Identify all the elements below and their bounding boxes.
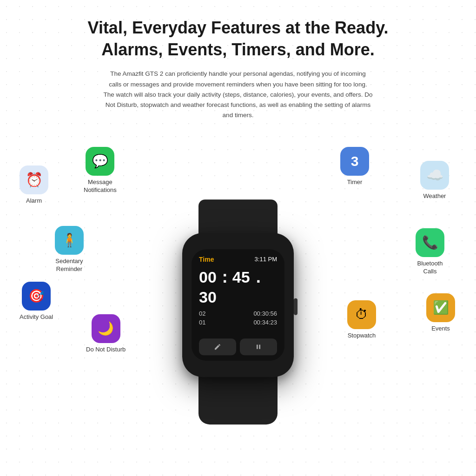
bluetooth-label: Bluetooth Calls <box>417 260 443 276</box>
feature-alarm: ⏰ Alarm <box>20 165 48 205</box>
message-label: Message Notifications <box>84 178 117 194</box>
lap2-time: 00:30:56 <box>253 310 277 317</box>
watch-time-value: 3:11 PM <box>255 256 277 263</box>
bluetooth-icon: 📞 <box>416 228 444 257</box>
edit-icon <box>214 343 221 350</box>
alarm-label: Alarm <box>26 197 42 205</box>
watch-device: Time 3:11 PM 00：45．30 02 00:30:56 01 00:… <box>182 233 294 377</box>
donotdisturb-icon: 🌙 <box>92 314 120 343</box>
activity-icon: 🎯 <box>22 282 51 311</box>
feature-weather: ☁️ Weather <box>420 161 449 200</box>
donotdisturb-label: Do Not Disturb <box>86 346 126 354</box>
watch-screen-header: Time 3:11 PM <box>199 256 277 263</box>
feature-events: ✅ Events <box>426 293 455 333</box>
watch-lap-1: 01 00:34:23 <box>199 319 277 326</box>
features-area: ⏰ Alarm 💬 Message Notifications 🧍 Sedent… <box>0 128 476 476</box>
watch-lap-2: 02 00:30:56 <box>199 310 277 317</box>
feature-message: 💬 Message Notifications <box>84 147 117 194</box>
watch-body: Time 3:11 PM 00：45．30 02 00:30:56 01 00:… <box>182 233 294 377</box>
pause-icon <box>255 343 262 350</box>
alarm-icon: ⏰ <box>20 165 48 194</box>
feature-sedentary: 🧍 Sedentary Reminder <box>55 226 84 273</box>
stopwatch-label: Stopwatch <box>348 332 376 340</box>
events-label: Events <box>431 325 450 333</box>
watch-strap-bottom <box>198 373 278 424</box>
watch-stopwatch-main: 00：45．30 <box>199 267 277 306</box>
events-icon: ✅ <box>426 293 455 322</box>
watch-pause-button[interactable] <box>240 338 277 355</box>
watch-time-label: Time <box>199 256 214 263</box>
lap2-num: 02 <box>199 310 205 317</box>
sedentary-icon: 🧍 <box>55 226 84 255</box>
sedentary-label: Sedentary Reminder <box>55 258 83 273</box>
feature-activity: 🎯 Activity Goal <box>20 282 53 321</box>
page-container: Vital, Everyday Features at the Ready. A… <box>0 0 476 476</box>
watch-screen: Time 3:11 PM 00：45．30 02 00:30:56 01 00:… <box>192 249 284 361</box>
page-description: The Amazfit GTS 2 can proficiently handl… <box>103 69 373 120</box>
message-icon: 💬 <box>86 147 114 176</box>
lap1-time: 00:34:23 <box>253 319 277 326</box>
watch-strap-top <box>198 199 278 237</box>
watch-side-button[interactable] <box>294 298 298 315</box>
feature-donotdisturb: 🌙 Do Not Disturb <box>86 314 126 354</box>
timer-icon: 3 <box>340 147 369 176</box>
lap1-num: 01 <box>199 319 205 326</box>
header-section: Vital, Everyday Features at the Ready. A… <box>51 0 426 128</box>
feature-timer: 3 Timer <box>340 147 369 186</box>
weather-label: Weather <box>423 192 446 200</box>
activity-label: Activity Goal <box>20 313 53 321</box>
weather-icon: ☁️ <box>420 161 449 190</box>
feature-bluetooth: 📞 Bluetooth Calls <box>416 228 444 276</box>
stopwatch-icon: ⏱ <box>347 300 376 329</box>
page-title-line1: Vital, Everyday Features at the Ready. <box>88 18 389 38</box>
timer-label: Timer <box>347 178 363 186</box>
feature-stopwatch: ⏱ Stopwatch <box>347 300 376 340</box>
page-title-line2: Alarms, Events, Timers, and More. <box>88 40 389 60</box>
watch-edit-button[interactable] <box>199 338 236 355</box>
watch-controls <box>199 338 277 355</box>
